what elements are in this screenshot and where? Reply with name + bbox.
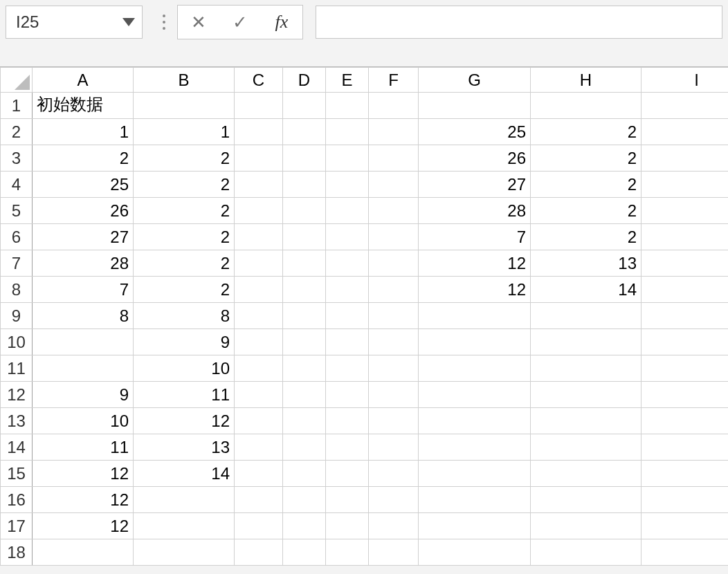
cell-F17[interactable]: [369, 513, 419, 539]
cell-D6[interactable]: [283, 224, 326, 250]
cell-E6[interactable]: [326, 224, 369, 250]
cell-E7[interactable]: [326, 250, 369, 277]
cell-C18[interactable]: [235, 539, 283, 566]
cell-E13[interactable]: [326, 408, 369, 434]
cell-A17[interactable]: 12: [33, 513, 134, 539]
cell-E18[interactable]: [326, 539, 369, 566]
cell-H12[interactable]: [531, 382, 641, 408]
cell-D1[interactable]: [283, 93, 326, 119]
row-header-6[interactable]: 6: [1, 224, 33, 250]
cell-B3[interactable]: 2: [134, 145, 235, 172]
cell-D18[interactable]: [283, 539, 326, 566]
cell-D17[interactable]: [283, 513, 326, 539]
cell-H14[interactable]: [531, 434, 641, 461]
cell-F8[interactable]: [369, 277, 419, 303]
cell-C13[interactable]: [235, 408, 283, 434]
cell-C1[interactable]: [235, 93, 283, 119]
cell-E3[interactable]: [326, 145, 369, 172]
confirm-button[interactable]: ✓: [219, 6, 261, 39]
cell-B18[interactable]: [134, 539, 235, 566]
cell-C3[interactable]: [235, 145, 283, 172]
cell-I4[interactable]: [641, 172, 729, 198]
cell-B9[interactable]: 8: [134, 303, 235, 329]
cell-I14[interactable]: [641, 434, 729, 461]
row-header-2[interactable]: 2: [1, 119, 33, 145]
cell-G6[interactable]: 7: [419, 224, 531, 250]
cell-E8[interactable]: [326, 277, 369, 303]
cell-C7[interactable]: [235, 250, 283, 277]
cell-F6[interactable]: [369, 224, 419, 250]
row-header-11[interactable]: 11: [1, 355, 33, 382]
cell-D9[interactable]: [283, 303, 326, 329]
cell-I8[interactable]: [641, 277, 729, 303]
cell-H8[interactable]: 14: [531, 277, 641, 303]
cell-F12[interactable]: [369, 382, 419, 408]
cell-G9[interactable]: [419, 303, 531, 329]
row-header-10[interactable]: 10: [1, 329, 33, 355]
cell-D7[interactable]: [283, 250, 326, 277]
row-header-13[interactable]: 13: [1, 408, 33, 434]
cell-H5[interactable]: 2: [531, 198, 641, 224]
cell-G8[interactable]: 12: [419, 277, 531, 303]
cell-G11[interactable]: [419, 355, 531, 382]
cell-H18[interactable]: [531, 539, 641, 566]
cell-D5[interactable]: [283, 198, 326, 224]
cell-A13[interactable]: 10: [33, 408, 134, 434]
cell-C2[interactable]: [235, 119, 283, 145]
cell-E15[interactable]: [326, 461, 369, 487]
cell-H7[interactable]: 13: [531, 250, 641, 277]
cell-G16[interactable]: [419, 487, 531, 513]
cell-F13[interactable]: [369, 408, 419, 434]
cell-I6[interactable]: [641, 224, 729, 250]
cell-C12[interactable]: [235, 382, 283, 408]
cell-D10[interactable]: [283, 329, 326, 355]
cell-D14[interactable]: [283, 434, 326, 461]
cell-I7[interactable]: [641, 250, 729, 277]
cell-I17[interactable]: [641, 513, 729, 539]
cell-A5[interactable]: 26: [33, 198, 134, 224]
cell-A11[interactable]: [33, 355, 134, 382]
cell-F1[interactable]: [369, 93, 419, 119]
cell-E5[interactable]: [326, 198, 369, 224]
cell-C4[interactable]: [235, 172, 283, 198]
cell-I3[interactable]: [641, 145, 729, 172]
column-header-C[interactable]: C: [235, 68, 283, 93]
cell-A6[interactable]: 27: [33, 224, 134, 250]
cell-C15[interactable]: [235, 461, 283, 487]
cell-I13[interactable]: [641, 408, 729, 434]
cell-G12[interactable]: [419, 382, 531, 408]
cell-H4[interactable]: 2: [531, 172, 641, 198]
cell-G17[interactable]: [419, 513, 531, 539]
cell-E1[interactable]: [326, 93, 369, 119]
cell-E4[interactable]: [326, 172, 369, 198]
cell-F14[interactable]: [369, 434, 419, 461]
row-header-4[interactable]: 4: [1, 172, 33, 198]
cell-F10[interactable]: [369, 329, 419, 355]
cell-E12[interactable]: [326, 382, 369, 408]
cell-B8[interactable]: 2: [134, 277, 235, 303]
cell-A1[interactable]: 初始数据: [33, 93, 134, 119]
cell-I5[interactable]: [641, 198, 729, 224]
select-all-corner[interactable]: [1, 68, 33, 93]
cell-E10[interactable]: [326, 329, 369, 355]
cell-F16[interactable]: [369, 487, 419, 513]
column-header-H[interactable]: H: [531, 68, 641, 93]
fx-button[interactable]: fx: [261, 6, 302, 39]
cell-B12[interactable]: 11: [134, 382, 235, 408]
cell-F9[interactable]: [369, 303, 419, 329]
cell-A2[interactable]: 1: [33, 119, 134, 145]
cell-D16[interactable]: [283, 487, 326, 513]
cell-E2[interactable]: [326, 119, 369, 145]
cell-C17[interactable]: [235, 513, 283, 539]
cell-B15[interactable]: 14: [134, 461, 235, 487]
cell-E11[interactable]: [326, 355, 369, 382]
column-header-F[interactable]: F: [369, 68, 419, 93]
cell-I1[interactable]: [641, 93, 729, 119]
cell-I10[interactable]: [641, 329, 729, 355]
cell-B17[interactable]: [134, 513, 235, 539]
cell-F3[interactable]: [369, 145, 419, 172]
cell-E14[interactable]: [326, 434, 369, 461]
cell-B14[interactable]: 13: [134, 434, 235, 461]
cell-C8[interactable]: [235, 277, 283, 303]
cell-G2[interactable]: 25: [419, 119, 531, 145]
